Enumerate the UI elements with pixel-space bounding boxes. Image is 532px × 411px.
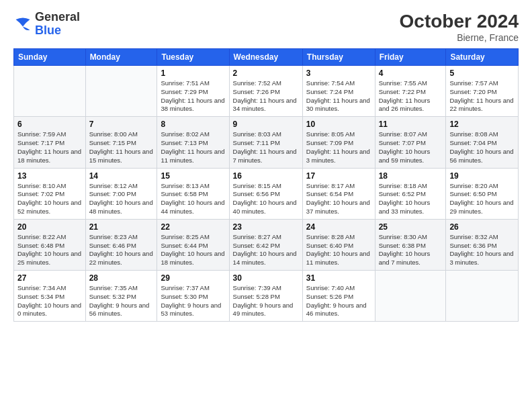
- location: Bierne, France: [400, 32, 519, 43]
- day-number: 25: [379, 222, 443, 232]
- calendar-cell: 30Sunrise: 7:39 AM Sunset: 5:28 PM Dayli…: [229, 271, 302, 322]
- day-info: Sunrise: 8:18 AM Sunset: 6:52 PM Dayligh…: [379, 182, 443, 216]
- calendar-cell: 29Sunrise: 7:37 AM Sunset: 5:30 PM Dayli…: [157, 271, 229, 322]
- day-number: 29: [161, 273, 225, 283]
- calendar-cell: 11Sunrise: 8:07 AM Sunset: 7:07 PM Dayli…: [375, 117, 446, 168]
- calendar-cell: 13Sunrise: 8:10 AM Sunset: 7:02 PM Dayli…: [14, 168, 86, 219]
- day-info: Sunrise: 7:54 AM Sunset: 7:24 PM Dayligh…: [306, 79, 371, 113]
- weekday-header: Friday: [375, 49, 446, 66]
- day-number: 4: [379, 68, 443, 78]
- day-number: 17: [306, 171, 371, 181]
- day-number: 18: [379, 171, 443, 181]
- day-number: 20: [17, 222, 82, 232]
- day-info: Sunrise: 8:02 AM Sunset: 7:13 PM Dayligh…: [161, 130, 225, 165]
- day-number: 11: [379, 120, 443, 129]
- logo-text: General Blue: [35, 11, 80, 38]
- calendar-cell: [14, 66, 86, 117]
- day-number: 22: [161, 222, 225, 232]
- day-number: 26: [449, 222, 515, 232]
- day-number: 15: [161, 171, 225, 181]
- calendar-week-row: 13Sunrise: 8:10 AM Sunset: 7:02 PM Dayli…: [14, 168, 519, 219]
- calendar-cell: 23Sunrise: 8:27 AM Sunset: 6:42 PM Dayli…: [229, 219, 302, 270]
- calendar-cell: 31Sunrise: 7:40 AM Sunset: 5:26 PM Dayli…: [302, 271, 375, 322]
- calendar-cell: 3Sunrise: 7:54 AM Sunset: 7:24 PM Daylig…: [302, 66, 375, 117]
- calendar-week-row: 20Sunrise: 8:22 AM Sunset: 6:48 PM Dayli…: [14, 219, 519, 270]
- day-number: 27: [17, 273, 82, 283]
- day-info: Sunrise: 7:52 AM Sunset: 7:26 PM Dayligh…: [233, 79, 299, 113]
- day-number: 3: [306, 68, 371, 78]
- calendar-cell: 15Sunrise: 8:13 AM Sunset: 6:58 PM Dayli…: [157, 168, 229, 219]
- day-number: 1: [161, 68, 225, 78]
- month-year: October 2024: [400, 11, 519, 32]
- calendar-cell: 2Sunrise: 7:52 AM Sunset: 7:26 PM Daylig…: [229, 66, 302, 117]
- day-number: 14: [89, 171, 154, 181]
- day-info: Sunrise: 8:08 AM Sunset: 7:04 PM Dayligh…: [449, 130, 515, 165]
- calendar-cell: 27Sunrise: 7:34 AM Sunset: 5:34 PM Dayli…: [14, 271, 86, 322]
- day-number: 8: [161, 120, 225, 129]
- day-info: Sunrise: 8:32 AM Sunset: 6:36 PM Dayligh…: [449, 233, 515, 267]
- day-number: 12: [449, 120, 515, 129]
- weekday-header: Wednesday: [229, 49, 302, 66]
- day-info: Sunrise: 7:55 AM Sunset: 7:22 PM Dayligh…: [379, 79, 443, 113]
- calendar-cell: 26Sunrise: 8:32 AM Sunset: 6:36 PM Dayli…: [446, 219, 519, 270]
- day-number: 7: [89, 120, 154, 129]
- calendar-cell: 10Sunrise: 8:05 AM Sunset: 7:09 PM Dayli…: [302, 117, 375, 168]
- day-number: 24: [306, 222, 371, 232]
- day-number: 23: [233, 222, 299, 232]
- day-info: Sunrise: 7:37 AM Sunset: 5:30 PM Dayligh…: [161, 284, 225, 318]
- calendar-week-row: 1Sunrise: 7:51 AM Sunset: 7:29 PM Daylig…: [14, 66, 519, 117]
- day-info: Sunrise: 7:59 AM Sunset: 7:17 PM Dayligh…: [17, 130, 82, 165]
- day-number: 10: [306, 120, 371, 129]
- calendar-cell: 9Sunrise: 8:03 AM Sunset: 7:11 PM Daylig…: [229, 117, 302, 168]
- day-number: 21: [89, 222, 154, 232]
- day-info: Sunrise: 8:30 AM Sunset: 6:38 PM Dayligh…: [379, 233, 443, 267]
- weekday-header: Sunday: [14, 49, 86, 66]
- calendar-cell: [85, 66, 157, 117]
- day-number: 5: [449, 68, 515, 78]
- calendar-cell: [375, 271, 446, 322]
- calendar-cell: 1Sunrise: 7:51 AM Sunset: 7:29 PM Daylig…: [157, 66, 229, 117]
- day-number: 9: [233, 120, 299, 129]
- calendar-cell: 28Sunrise: 7:35 AM Sunset: 5:32 PM Dayli…: [85, 271, 157, 322]
- logo-icon: [13, 15, 32, 34]
- day-info: Sunrise: 8:13 AM Sunset: 6:58 PM Dayligh…: [161, 182, 225, 216]
- page: General Blue October 2024 Bierne, France…: [0, 0, 532, 411]
- calendar-cell: 6Sunrise: 7:59 AM Sunset: 7:17 PM Daylig…: [14, 117, 86, 168]
- day-info: Sunrise: 8:00 AM Sunset: 7:15 PM Dayligh…: [89, 130, 154, 165]
- day-number: 19: [449, 171, 515, 181]
- day-info: Sunrise: 7:57 AM Sunset: 7:20 PM Dayligh…: [449, 79, 515, 113]
- day-info: Sunrise: 8:17 AM Sunset: 6:54 PM Dayligh…: [306, 182, 371, 216]
- calendar-week-row: 6Sunrise: 7:59 AM Sunset: 7:17 PM Daylig…: [14, 117, 519, 168]
- calendar-cell: 20Sunrise: 8:22 AM Sunset: 6:48 PM Dayli…: [14, 219, 86, 270]
- logo-line2: Blue: [35, 24, 80, 38]
- day-number: 28: [89, 273, 154, 283]
- calendar-cell: 7Sunrise: 8:00 AM Sunset: 7:15 PM Daylig…: [85, 117, 157, 168]
- weekday-header: Thursday: [302, 49, 375, 66]
- day-number: 13: [17, 171, 82, 181]
- calendar-cell: 12Sunrise: 8:08 AM Sunset: 7:04 PM Dayli…: [446, 117, 519, 168]
- calendar-cell: 19Sunrise: 8:20 AM Sunset: 6:50 PM Dayli…: [446, 168, 519, 219]
- calendar-cell: 4Sunrise: 7:55 AM Sunset: 7:22 PM Daylig…: [375, 66, 446, 117]
- day-info: Sunrise: 8:03 AM Sunset: 7:11 PM Dayligh…: [233, 130, 299, 165]
- title-block: October 2024 Bierne, France: [400, 11, 519, 43]
- day-info: Sunrise: 8:05 AM Sunset: 7:09 PM Dayligh…: [306, 130, 371, 165]
- day-info: Sunrise: 8:23 AM Sunset: 6:46 PM Dayligh…: [89, 233, 154, 267]
- calendar-cell: 24Sunrise: 8:28 AM Sunset: 6:40 PM Dayli…: [302, 219, 375, 270]
- day-info: Sunrise: 8:07 AM Sunset: 7:07 PM Dayligh…: [379, 130, 443, 165]
- calendar-cell: 25Sunrise: 8:30 AM Sunset: 6:38 PM Dayli…: [375, 219, 446, 270]
- calendar-week-row: 27Sunrise: 7:34 AM Sunset: 5:34 PM Dayli…: [14, 271, 519, 322]
- day-info: Sunrise: 8:22 AM Sunset: 6:48 PM Dayligh…: [17, 233, 82, 267]
- day-info: Sunrise: 7:40 AM Sunset: 5:26 PM Dayligh…: [306, 284, 371, 318]
- day-number: 31: [306, 273, 371, 283]
- day-number: 2: [233, 68, 299, 78]
- calendar-table: SundayMondayTuesdayWednesdayThursdayFrid…: [13, 48, 519, 322]
- calendar-cell: 22Sunrise: 8:25 AM Sunset: 6:44 PM Dayli…: [157, 219, 229, 270]
- day-info: Sunrise: 8:20 AM Sunset: 6:50 PM Dayligh…: [449, 182, 515, 216]
- calendar-cell: 8Sunrise: 8:02 AM Sunset: 7:13 PM Daylig…: [157, 117, 229, 168]
- calendar-cell: 17Sunrise: 8:17 AM Sunset: 6:54 PM Dayli…: [302, 168, 375, 219]
- day-number: 6: [17, 120, 82, 129]
- day-info: Sunrise: 8:10 AM Sunset: 7:02 PM Dayligh…: [17, 182, 82, 216]
- calendar-cell: 14Sunrise: 8:12 AM Sunset: 7:00 PM Dayli…: [85, 168, 157, 219]
- calendar-cell: 21Sunrise: 8:23 AM Sunset: 6:46 PM Dayli…: [85, 219, 157, 270]
- day-info: Sunrise: 8:25 AM Sunset: 6:44 PM Dayligh…: [161, 233, 225, 267]
